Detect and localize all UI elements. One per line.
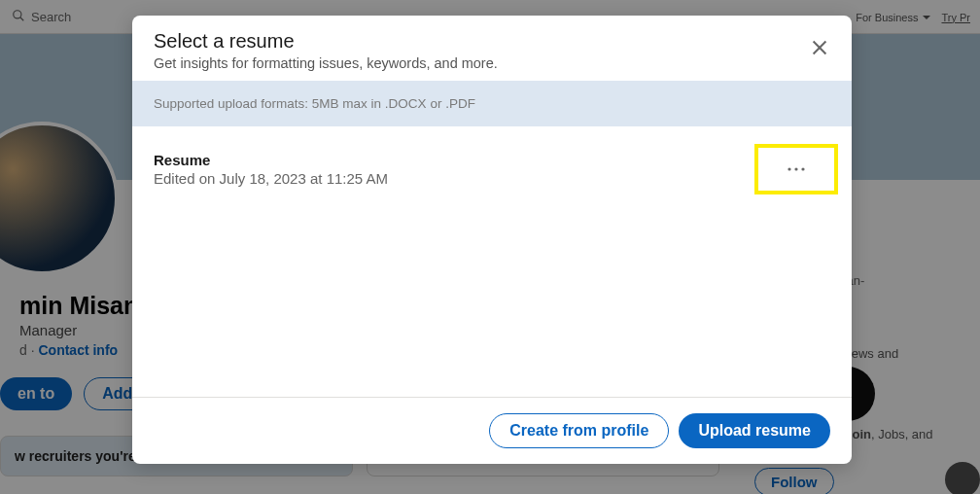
resume-list-item[interactable]: Resume Edited on July 18, 2023 at 11:25 …: [132, 126, 852, 212]
modal-subtitle: Get insights for formatting issues, keyw…: [154, 55, 830, 71]
select-resume-modal: Select a resume Get insights for formatt…: [132, 16, 852, 464]
create-from-profile-button[interactable]: Create from profile: [489, 413, 669, 448]
supported-formats-bar: Supported upload formats: 5MB max in .DO…: [132, 81, 852, 126]
highlighted-target: [754, 144, 838, 194]
more-horizontal-icon: [785, 158, 808, 181]
close-button[interactable]: [809, 37, 830, 62]
resume-more-menu[interactable]: [758, 148, 834, 191]
svg-point-4: [788, 167, 790, 170]
upload-resume-button[interactable]: Upload resume: [679, 413, 830, 448]
svg-point-5: [794, 167, 797, 170]
modal-title: Select a resume: [154, 30, 830, 53]
svg-point-6: [801, 167, 804, 170]
resume-info: Resume Edited on July 18, 2023 at 11:25 …: [154, 152, 388, 187]
modal-footer: Create from profile Upload resume: [132, 397, 852, 464]
resume-edited-date: Edited on July 18, 2023 at 11:25 AM: [154, 170, 388, 187]
modal-header: Select a resume Get insights for formatt…: [132, 16, 852, 81]
resume-title: Resume: [154, 152, 388, 168]
